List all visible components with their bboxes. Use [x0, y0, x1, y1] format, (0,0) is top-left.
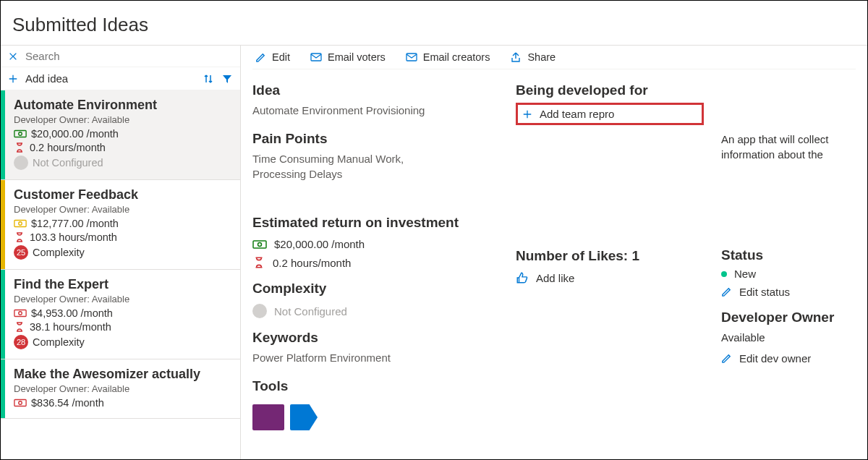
add-idea-row[interactable]: Add idea — [1, 67, 240, 90]
devfor-heading: Being developed for — [516, 82, 704, 98]
status-row: New — [721, 268, 856, 280]
money-icon — [14, 308, 27, 318]
svg-rect-0 — [14, 131, 26, 137]
sidebar: Add idea Automate Environment Developer … — [1, 46, 241, 459]
filter-icon[interactable] — [221, 73, 233, 85]
complexity-badge: 28 — [14, 335, 28, 349]
status-stripe — [1, 90, 5, 179]
item-title: Automate Environment — [14, 98, 231, 113]
detail-col-2: Being developed for Add team repro Numbe… — [516, 82, 704, 430]
roi-heading: Estimated return on investment — [252, 215, 498, 231]
money-icon — [14, 129, 27, 139]
idea-value: Automate Environment Provisioning — [252, 103, 498, 118]
share-icon — [510, 51, 522, 63]
devowner-heading: Developer Owner — [721, 310, 856, 325]
pain-value: Time Consuming Manual Work, Processing D… — [252, 151, 441, 182]
detail-col-3: An app that will collect information abo… — [721, 82, 856, 430]
money-icon — [252, 239, 267, 250]
sort-icon[interactable] — [203, 73, 214, 85]
svg-rect-4 — [14, 310, 26, 317]
item-owner: Developer Owner: Available — [14, 383, 231, 394]
item-complexity-row: 28 Complexity — [14, 335, 231, 349]
status-stripe — [1, 359, 5, 418]
roi-cost-row: $20,000.00 /month — [252, 238, 498, 250]
item-owner: Developer Owner: Available — [14, 204, 231, 215]
item-complexity-row: Not Configured — [14, 156, 231, 170]
status-stripe — [1, 180, 5, 269]
pencil-icon — [255, 52, 266, 63]
list-item[interactable]: Make the Awesomizer actually Developer O… — [1, 359, 240, 419]
complexity-badge: 25 — [14, 245, 28, 260]
svg-point-5 — [19, 312, 22, 315]
mail-icon — [406, 52, 417, 62]
item-hours-row: 38.1 hours/month — [14, 321, 231, 333]
description-value: An app that will collect information abo… — [721, 132, 856, 162]
page-title: Submitted Ideas — [1, 1, 867, 46]
item-cost-row: $4,953.00 /month — [14, 307, 231, 319]
pencil-icon — [721, 353, 732, 364]
detail-col-1: Idea Automate Environment Provisioning P… — [252, 82, 498, 430]
tool-tile-powerautomate-icon[interactable] — [290, 404, 318, 430]
svg-rect-9 — [407, 54, 417, 61]
svg-rect-2 — [14, 221, 26, 227]
item-title: Find the Expert — [14, 277, 231, 292]
edit-button[interactable]: Edit — [255, 51, 290, 63]
hourglass-icon — [14, 321, 25, 333]
item-hours-row: 103.3 hours/month — [14, 231, 231, 243]
likes-heading: Number of Likes: 1 — [516, 248, 704, 264]
mail-icon — [310, 52, 322, 62]
plus-icon — [8, 74, 18, 84]
status-stripe — [1, 270, 5, 359]
item-hours-row: 0.2 hours/month — [14, 142, 231, 153]
complexity-row: Not Configured — [252, 304, 498, 318]
item-title: Customer Feedback — [14, 187, 231, 203]
pencil-icon — [721, 286, 732, 297]
item-owner: Developer Owner: Available — [14, 294, 231, 304]
item-cost-row: $12,777.00 /month — [14, 218, 231, 229]
svg-point-7 — [19, 401, 22, 405]
edit-devowner-button[interactable]: Edit dev owner — [721, 352, 811, 365]
idea-heading: Idea — [252, 82, 498, 98]
add-idea-label: Add idea — [25, 72, 195, 85]
tool-tile-powerapps-icon[interactable] — [252, 404, 284, 430]
svg-point-3 — [19, 222, 22, 226]
status-heading: Status — [721, 247, 856, 263]
search-row[interactable] — [1, 46, 240, 67]
pain-heading: Pain Points — [252, 131, 498, 147]
complexity-badge — [252, 304, 267, 318]
list-item[interactable]: Customer Feedback Developer Owner: Avail… — [1, 180, 240, 270]
hourglass-icon — [252, 256, 265, 269]
item-owner: Developer Owner: Available — [14, 114, 231, 125]
edit-status-button[interactable]: Edit status — [721, 286, 790, 298]
hourglass-icon — [14, 142, 25, 153]
list-item[interactable]: Find the Expert Developer Owner: Availab… — [1, 270, 240, 359]
add-like-button[interactable]: Add like — [516, 271, 704, 284]
money-icon — [14, 218, 27, 229]
item-complexity-row: 25 Complexity — [14, 245, 231, 260]
tools-heading: Tools — [252, 378, 498, 394]
email-voters-button[interactable]: Email voters — [310, 51, 386, 63]
keywords-heading: Keywords — [252, 330, 498, 346]
email-creators-button[interactable]: Email creators — [406, 51, 490, 63]
svg-rect-8 — [311, 54, 321, 61]
search-input[interactable] — [25, 50, 233, 62]
devowner-value: Available — [721, 330, 856, 345]
item-cost-row: $836.54 /month — [14, 397, 231, 409]
roi-hours-row: 0.2 hours/month — [252, 256, 498, 269]
keywords-value: Power Platform Environment — [252, 350, 498, 365]
item-title: Make the Awesomizer actually — [14, 367, 231, 382]
thumbs-up-icon — [516, 271, 529, 284]
complexity-badge — [14, 156, 28, 170]
add-team-highlight: Add team repro — [516, 103, 704, 125]
tools-row — [252, 404, 498, 430]
svg-point-1 — [19, 132, 22, 136]
add-team-button[interactable]: Add team repro — [540, 108, 614, 120]
share-button[interactable]: Share — [510, 51, 556, 63]
svg-point-11 — [258, 242, 262, 246]
money-icon — [14, 398, 27, 408]
item-cost-row: $20,000.00 /month — [14, 128, 231, 140]
status-dot-icon — [721, 271, 727, 277]
svg-rect-10 — [253, 241, 266, 248]
close-icon[interactable] — [8, 51, 18, 61]
list-item[interactable]: Automate Environment Developer Owner: Av… — [1, 90, 240, 180]
